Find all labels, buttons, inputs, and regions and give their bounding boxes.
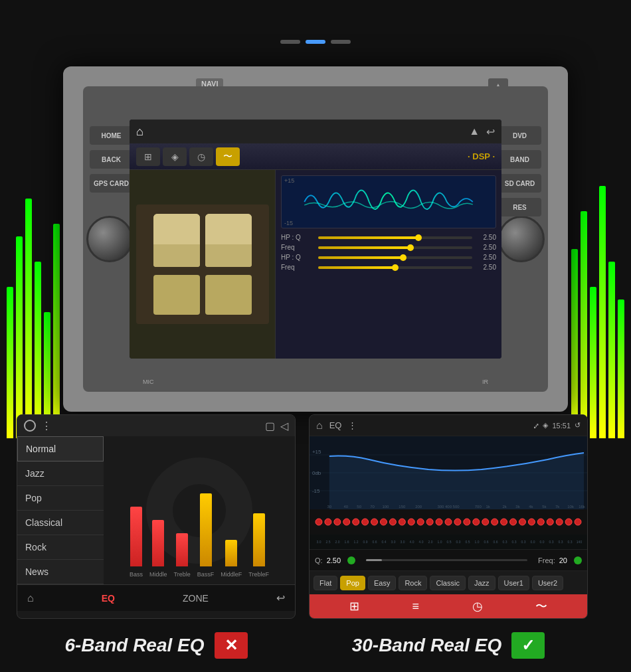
- wifi-icon: ◈: [543, 421, 548, 430]
- gps-card-button[interactable]: GPS CARD: [90, 174, 133, 193]
- svg-point-36: [426, 519, 433, 525]
- band-button[interactable]: BAND: [498, 150, 541, 169]
- eq30-graph: +15 0db -15 30 40 50 70 100 150 200 300 …: [310, 436, 587, 509]
- svg-point-39: [454, 519, 461, 525]
- eq-bar-bassf: BassF: [197, 493, 215, 578]
- eject-screen-icon[interactable]: ▲: [469, 126, 480, 138]
- tab-equalizer[interactable]: ⊞: [136, 147, 160, 166]
- nav-back-icon[interactable]: ◁: [280, 420, 288, 432]
- svg-text:5k: 5k: [542, 505, 546, 509]
- svg-text:2.0: 2.0: [428, 540, 433, 544]
- dsp-slider-hp-q-2: HP : Q 2.50: [281, 254, 496, 261]
- preset-user1[interactable]: User1: [498, 576, 529, 590]
- svg-text:4k: 4k: [529, 505, 533, 509]
- icon-wave[interactable]: 〜: [535, 598, 547, 614]
- home-30-icon[interactable]: ⌂: [316, 420, 323, 432]
- tab-speaker[interactable]: ◈: [163, 147, 187, 166]
- svg-point-49: [547, 519, 553, 525]
- zone-label[interactable]: ZONE: [183, 593, 209, 604]
- q-slider[interactable]: [366, 559, 527, 561]
- svg-text:140: 140: [577, 540, 583, 544]
- svg-point-38: [445, 519, 452, 525]
- icon-grid[interactable]: ⊞: [349, 599, 359, 614]
- svg-point-47: [528, 519, 535, 525]
- svg-text:0db: 0db: [312, 470, 321, 476]
- preset-easy[interactable]: Easy: [368, 576, 396, 590]
- eq-bottom-label[interactable]: EQ: [102, 593, 115, 604]
- svg-text:0.9: 0.9: [363, 540, 368, 544]
- svg-point-46: [519, 519, 525, 525]
- res-button[interactable]: RES: [498, 198, 541, 216]
- menu-30-icon[interactable]: ⋮: [348, 420, 357, 430]
- svg-point-48: [537, 519, 544, 525]
- back-button[interactable]: BACK: [90, 150, 133, 169]
- refresh-icon[interactable]: ↺: [575, 421, 581, 430]
- preset-rock[interactable]: Rock: [17, 535, 104, 560]
- svg-point-28: [353, 519, 359, 525]
- svg-text:0.0: 0.0: [531, 540, 535, 544]
- preset-normal[interactable]: Normal: [17, 436, 104, 462]
- svg-text:200: 200: [415, 505, 422, 509]
- bottom-panels: ⋮ ▢ ◁ Normal Jazz Pop Classical Rock New…: [17, 414, 614, 619]
- svg-point-26: [334, 519, 341, 525]
- svg-text:0.6: 0.6: [494, 540, 498, 544]
- pagination-dot-3[interactable]: [331, 40, 351, 44]
- tune-knob[interactable]: [498, 216, 545, 262]
- icon-circle[interactable]: ◷: [472, 599, 483, 614]
- back-bottom-icon[interactable]: ↩: [276, 592, 285, 604]
- dsp-panel: HP : Q 2.50 Freq 2.50: [276, 170, 501, 359]
- svg-text:4.0: 4.0: [419, 540, 424, 544]
- seat-rear-left: [153, 275, 200, 315]
- home-bottom-icon[interactable]: ⌂: [27, 592, 34, 604]
- preset-pop[interactable]: Pop: [340, 576, 365, 590]
- panel-30band: ⌂ EQ ⋮ ⑇ ◈ 15:51 ↺ +15 0db -15: [309, 414, 588, 619]
- slider-hp-q-1[interactable]: [318, 236, 472, 239]
- svg-text:1.0: 1.0: [475, 540, 480, 544]
- eq-bar-treble: Treble: [174, 533, 191, 578]
- eq-bars-panel: Bass Middle Treble BassF: [104, 436, 295, 584]
- sd-card-button[interactable]: SD CARD: [498, 174, 541, 193]
- eq-30-label: EQ: [329, 420, 342, 430]
- svg-text:0.4: 0.4: [382, 540, 387, 544]
- bluetooth-icon: ⑇: [534, 422, 539, 430]
- preset-flat[interactable]: Flat: [314, 576, 337, 590]
- window-icon[interactable]: ▢: [265, 420, 275, 432]
- label-6band: 6-Band Real EQ ✕: [17, 632, 296, 659]
- home-button[interactable]: HOME: [90, 126, 133, 145]
- x-mark-6band: ✕: [215, 632, 248, 659]
- screen-top-bar: ⌂ ▲ ↩: [130, 120, 501, 143]
- tab-waveform[interactable]: 〜: [216, 147, 240, 166]
- preset-jazz[interactable]: Jazz: [17, 462, 104, 486]
- preset-user2[interactable]: User2: [532, 576, 563, 590]
- svg-point-44: [501, 519, 507, 525]
- volume-knob[interactable]: [86, 216, 133, 262]
- icon-lines[interactable]: ≡: [412, 600, 419, 614]
- preset-jazz[interactable]: Jazz: [468, 576, 496, 590]
- pagination-dot-1[interactable]: [280, 40, 300, 44]
- slider-hp-q-2[interactable]: [318, 256, 472, 259]
- pagination-dot-2[interactable]: [306, 40, 325, 44]
- preset-pop[interactable]: Pop: [17, 486, 104, 511]
- screen-home-icon[interactable]: ⌂: [136, 125, 143, 139]
- android-menu-icon[interactable]: ⋮: [41, 420, 52, 432]
- dvd-button[interactable]: DVD: [498, 126, 541, 145]
- svg-text:-15: -15: [312, 488, 320, 494]
- preset-rock[interactable]: Rock: [399, 576, 427, 590]
- svg-point-45: [510, 519, 517, 525]
- preset-classic[interactable]: Classic: [430, 576, 465, 590]
- freq-indicator: [574, 556, 582, 564]
- back-screen-icon[interactable]: ↩: [486, 126, 495, 138]
- slider-freq-1[interactable]: [318, 246, 472, 249]
- eq30-qfreq-row: Q: 2.50 Freq: 20: [310, 549, 587, 570]
- label-30band-text: 30-Band Real EQ: [352, 635, 502, 656]
- panel-bottom-bar-6band: ⌂ EQ ZONE ↩: [17, 584, 295, 611]
- svg-text:700: 700: [475, 505, 482, 509]
- svg-point-32: [389, 519, 396, 525]
- svg-text:3.0: 3.0: [391, 540, 396, 544]
- eq30-bottom-icons: ⊞ ≡ ◷ 〜: [310, 594, 587, 618]
- slider-freq-2[interactable]: [318, 266, 472, 269]
- tab-clock[interactable]: ◷: [189, 147, 213, 166]
- svg-point-29: [362, 519, 369, 525]
- preset-classical[interactable]: Classical: [17, 511, 104, 535]
- preset-news[interactable]: News: [17, 560, 104, 584]
